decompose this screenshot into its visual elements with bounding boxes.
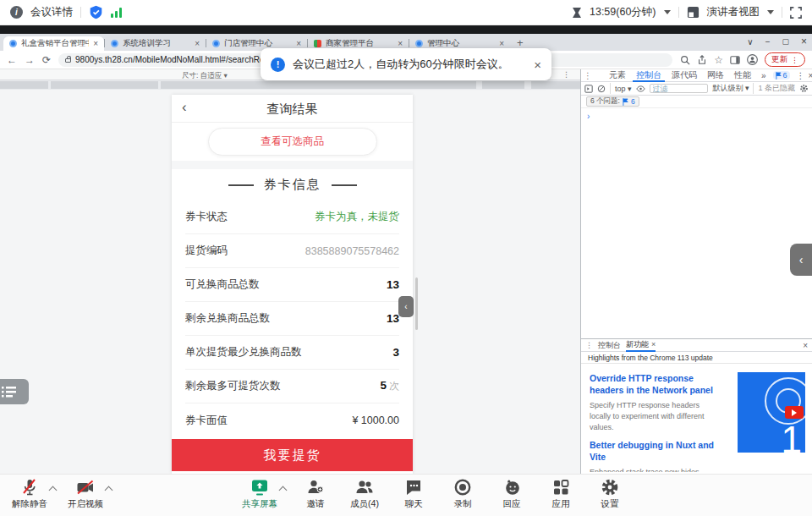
whatsnew-article-title[interactable]: Override HTTP response headers in the Ne… bbox=[590, 372, 721, 396]
view-mode-label[interactable]: 演讲者视图 bbox=[707, 5, 760, 19]
drawer-tab-console[interactable]: 控制台 bbox=[598, 340, 621, 351]
play-button-icon[interactable] bbox=[785, 406, 804, 419]
view-products-button[interactable]: 查看可选商品 bbox=[208, 128, 377, 156]
meeting-top-bar: i 会议详情 13:59(60分钟) 演讲者视图 bbox=[0, 0, 812, 25]
encryption-shield-icon[interactable] bbox=[89, 5, 103, 19]
speaker-view-icon bbox=[687, 6, 700, 19]
tab-sources[interactable]: 源代码 bbox=[668, 69, 700, 81]
new-tab-button[interactable]: + bbox=[517, 36, 524, 49]
start-video-button[interactable]: 开启视频 bbox=[61, 477, 110, 510]
more-tabs-icon[interactable]: » bbox=[758, 71, 770, 80]
whatsnew-thumbnail[interactable]: 1 bbox=[738, 372, 805, 453]
browser-tab[interactable]: 礼盒营销平台管理中心 × bbox=[3, 36, 104, 51]
audio-options-caret[interactable] bbox=[50, 486, 56, 491]
unmute-button[interactable]: 解除静音 bbox=[5, 477, 54, 510]
share-options-caret[interactable] bbox=[280, 486, 286, 491]
dash-decoration bbox=[332, 184, 357, 186]
close-window-button[interactable]: × bbox=[801, 36, 807, 47]
tab-elements[interactable]: 元素 bbox=[606, 69, 629, 81]
clear-console-icon[interactable] bbox=[597, 85, 606, 93]
bookmark-star-icon[interactable]: ☆ bbox=[714, 54, 723, 66]
meeting-list-float-button[interactable] bbox=[0, 379, 29, 404]
devtools-menu-icon[interactable]: ⋮ bbox=[797, 71, 805, 80]
side-panel-icon[interactable] bbox=[730, 55, 740, 65]
tab-favicon bbox=[415, 40, 423, 47]
chrome-update-button[interactable]: 更新⋮ bbox=[765, 52, 805, 67]
console-settings-gear-icon[interactable] bbox=[799, 84, 809, 93]
collapse-handle[interactable]: ‹ bbox=[398, 296, 414, 317]
side-panel-handle[interactable]: ‹ bbox=[790, 244, 812, 276]
apps-button[interactable]: 应用 bbox=[536, 477, 585, 510]
secure-lock-icon[interactable] bbox=[65, 58, 71, 63]
log-level-selector[interactable]: 默认级别 ▾ bbox=[712, 83, 749, 94]
row-value: 5次 bbox=[380, 379, 399, 393]
console-filter-input[interactable] bbox=[650, 84, 709, 93]
chat-button[interactable]: 聊天 bbox=[389, 477, 438, 510]
row-label: 券卡状态 bbox=[185, 210, 228, 224]
maximize-button[interactable]: ▢ bbox=[782, 37, 789, 46]
tab-favicon bbox=[9, 40, 17, 47]
apps-grid-icon bbox=[551, 477, 571, 497]
tab-network[interactable]: 网络 bbox=[704, 69, 727, 81]
issues-counter-chip[interactable]: 6 个问题: 6 bbox=[586, 96, 639, 107]
settings-button[interactable]: 设置 bbox=[585, 477, 634, 510]
view-dropdown-caret[interactable] bbox=[767, 10, 774, 14]
issues-badge[interactable]: 6 bbox=[773, 71, 790, 80]
tab-close-icon[interactable]: × bbox=[499, 39, 504, 48]
browser-tab[interactable]: 系统培训学习 × bbox=[105, 36, 206, 51]
invite-button[interactable]: 邀请 bbox=[291, 477, 340, 510]
meeting-details-label[interactable]: 会议详情 bbox=[30, 5, 73, 19]
device-toolbar-menu-icon[interactable]: ⋮ bbox=[562, 70, 570, 79]
tab-close-icon[interactable]: × bbox=[398, 39, 403, 48]
console-prompt-chevron[interactable]: › bbox=[581, 108, 812, 124]
page-scrollbar[interactable] bbox=[415, 277, 418, 330]
tab-search-icon[interactable]: ∨ bbox=[747, 37, 753, 47]
zoom-search-icon[interactable] bbox=[680, 55, 690, 65]
banner-close-icon[interactable]: × bbox=[534, 58, 541, 72]
eye-icon[interactable] bbox=[636, 85, 645, 92]
row-value: 8385889075578462 bbox=[305, 245, 399, 257]
tab-close-icon[interactable]: × bbox=[195, 39, 200, 48]
drawer-menu-icon[interactable]: ⋮ bbox=[585, 341, 593, 349]
devtools-close-icon[interactable]: × bbox=[809, 71, 812, 80]
row-label: 单次提货最少兑换商品数 bbox=[185, 345, 302, 360]
banner-info-icon: ! bbox=[271, 58, 285, 72]
fullscreen-icon[interactable] bbox=[790, 7, 802, 19]
console-sidebar-icon[interactable] bbox=[584, 85, 593, 93]
section-gap bbox=[172, 161, 413, 169]
share-icon[interactable] bbox=[697, 55, 707, 65]
minimize-button[interactable]: − bbox=[765, 37, 771, 47]
tab-close-icon[interactable]: × bbox=[296, 39, 301, 48]
back-chevron-icon[interactable]: ‹ bbox=[182, 99, 187, 116]
meeting-limit-banner: ! 会议已超过2人，自动转为60分钟限时会议。 × bbox=[261, 48, 551, 80]
devtools-drawer: ⋮ 控制台 新功能 × × Highlights from the Chrome… bbox=[581, 338, 812, 474]
tab-close-icon[interactable]: × bbox=[93, 39, 98, 48]
drawer-tab-whatsnew[interactable]: 新功能 × bbox=[626, 339, 656, 352]
info-icon[interactable]: i bbox=[10, 6, 23, 19]
share-screen-button[interactable]: 共享屏幕 bbox=[235, 477, 284, 510]
tab-performance[interactable]: 性能 bbox=[731, 69, 754, 81]
forward-icon[interactable]: → bbox=[25, 54, 35, 66]
whatsnew-article-body: Enhanced stack trace now hides irrelevan… bbox=[590, 467, 716, 472]
reload-icon[interactable]: ⟳ bbox=[42, 54, 51, 66]
flag-icon bbox=[776, 72, 782, 80]
drawer-tab-close-icon[interactable]: × bbox=[651, 340, 656, 349]
whatsnew-article-body: Specify HTTP response headers locally to… bbox=[590, 400, 716, 432]
profile-avatar-icon[interactable] bbox=[747, 54, 758, 65]
back-icon[interactable]: ← bbox=[7, 54, 17, 66]
tab-console[interactable]: 控制台 bbox=[633, 69, 665, 82]
page-remnant-band bbox=[0, 80, 580, 90]
record-button[interactable]: 录制 bbox=[438, 477, 487, 510]
timer-dropdown-caret[interactable] bbox=[664, 10, 671, 14]
devtools-drag-dots[interactable]: ⋮ bbox=[584, 71, 592, 80]
whatsnew-article-title[interactable]: Better debugging in Nuxt and Vite bbox=[590, 439, 721, 463]
video-options-caret[interactable] bbox=[106, 486, 112, 491]
context-selector[interactable]: top ▾ bbox=[615, 85, 632, 93]
hourglass-icon bbox=[572, 7, 582, 19]
pickup-submit-button[interactable]: 我要提货 bbox=[172, 439, 413, 471]
participants-button[interactable]: 成员(4) bbox=[340, 477, 389, 510]
whatsnew-header: Highlights from the Chrome 113 update bbox=[581, 352, 812, 364]
drawer-close-icon[interactable]: × bbox=[803, 341, 808, 350]
divider bbox=[782, 7, 782, 18]
reactions-button[interactable]: 回应 bbox=[487, 477, 536, 510]
